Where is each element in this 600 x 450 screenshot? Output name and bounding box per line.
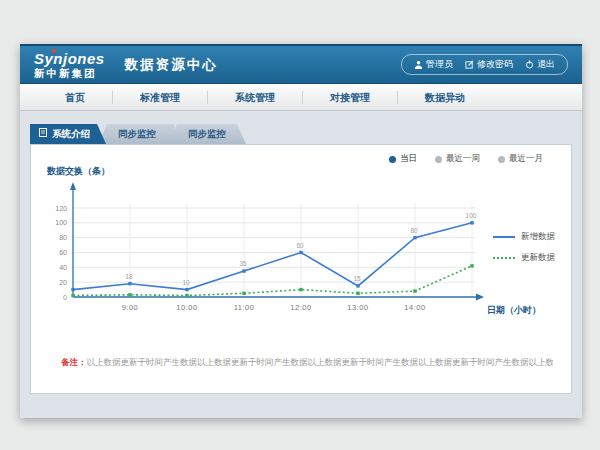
series-marker bbox=[71, 288, 74, 291]
series-marker bbox=[413, 236, 416, 239]
user-toolbar: 管理员 修改密码 退出 bbox=[401, 54, 568, 75]
y-tick-label: 100 bbox=[55, 219, 67, 226]
document-icon bbox=[39, 124, 47, 144]
point-value-label: 18 bbox=[125, 273, 133, 280]
app-header: Synjones 新中新集团 数据资源中心 管理员 修改密码 bbox=[20, 44, 582, 84]
x-axis-arrow-icon bbox=[476, 294, 484, 301]
x-axis-title: 日期（小时） bbox=[487, 305, 541, 315]
tab-label: 同步监控 bbox=[188, 128, 226, 139]
change-password-label: 修改密码 bbox=[477, 58, 513, 71]
chart-panel: 当日 最近一周 最近一月 0204060801001209:0010:0011:… bbox=[30, 144, 572, 394]
logo-company-name: 新中新集团 bbox=[34, 68, 105, 79]
company-logo: Synjones 新中新集团 bbox=[34, 51, 105, 79]
point-value-label: 60 bbox=[296, 242, 304, 249]
point-value-label: 15 bbox=[353, 275, 361, 282]
power-icon bbox=[525, 60, 534, 69]
page-title: 数据资源中心 bbox=[125, 56, 218, 74]
series-marker bbox=[185, 288, 188, 291]
footnote: 备注：以上数据更新于时间产生数据以上数据更新于时间产生数据以上数据更新于时间产生… bbox=[61, 357, 553, 369]
series-marker bbox=[470, 264, 473, 267]
chart-legend: 新增数据 更新数据 bbox=[493, 231, 555, 273]
y-tick-label: 120 bbox=[55, 205, 67, 212]
tab-bar: 系统介绍 同步监控 同步监控 bbox=[20, 111, 582, 144]
y-axis-title: 数据交换（条） bbox=[46, 166, 110, 176]
current-user-label: 管理员 bbox=[426, 58, 453, 71]
tab-label: 系统介绍 bbox=[52, 124, 90, 144]
nav-item-data-change[interactable]: 数据异动 bbox=[398, 91, 492, 104]
user-icon bbox=[414, 60, 423, 69]
y-tick-label: 0 bbox=[63, 294, 67, 301]
y-tick-label: 20 bbox=[59, 279, 67, 286]
series-marker bbox=[185, 294, 188, 297]
series-marker bbox=[356, 284, 359, 287]
point-value-label: 10 bbox=[182, 279, 190, 286]
dotted-line-sample-icon bbox=[493, 257, 515, 259]
line-chart: 0204060801001209:0010:0011:0012:0013:001… bbox=[39, 161, 569, 325]
logo-wordmark: Synjones bbox=[34, 51, 105, 66]
footnote-text: 以上数据更新于时间产生数据以上数据更新于时间产生数据以上数据更新于时间产生数据以… bbox=[87, 357, 554, 367]
current-user-button[interactable]: 管理员 bbox=[414, 58, 453, 71]
series-marker bbox=[299, 251, 302, 254]
series-line-1 bbox=[73, 266, 472, 296]
y-tick-label: 60 bbox=[59, 249, 67, 256]
x-tick-label: 14:00 bbox=[404, 303, 425, 312]
y-tick-label: 80 bbox=[59, 234, 67, 241]
point-value-label: 100 bbox=[466, 212, 477, 219]
y-axis-arrow-icon bbox=[70, 182, 76, 190]
series-marker bbox=[242, 292, 245, 295]
footnote-prefix: 备注： bbox=[61, 357, 87, 367]
nav-item-docking-mgmt[interactable]: 对接管理 bbox=[303, 91, 398, 104]
app-window: Synjones 新中新集团 数据资源中心 管理员 修改密码 bbox=[20, 44, 582, 418]
tab-label: 同步监控 bbox=[118, 128, 156, 139]
nav-item-system-mgmt[interactable]: 系统管理 bbox=[208, 91, 303, 104]
x-tick-label: 13:00 bbox=[347, 303, 368, 312]
main-nav: 首页 标准管理 系统管理 对接管理 数据异动 bbox=[20, 84, 582, 111]
logout-button[interactable]: 退出 bbox=[525, 58, 555, 71]
y-tick-label: 40 bbox=[59, 264, 67, 271]
series-marker bbox=[299, 288, 302, 291]
x-tick-label: 11:00 bbox=[234, 303, 255, 312]
point-value-label: 80 bbox=[410, 227, 418, 234]
nav-item-home[interactable]: 首页 bbox=[38, 91, 113, 104]
tab-sync-monitor-2[interactable]: 同步监控 bbox=[168, 124, 246, 144]
x-tick-label: 10:00 bbox=[176, 303, 197, 312]
series-marker bbox=[128, 293, 131, 296]
series-marker bbox=[242, 269, 245, 272]
x-tick-label: 12:00 bbox=[290, 303, 311, 312]
series-marker bbox=[470, 221, 473, 224]
series-marker bbox=[356, 292, 359, 295]
series-marker bbox=[128, 282, 131, 285]
content-area: 系统介绍 同步监控 同步监控 当日 最近一周 bbox=[20, 111, 582, 415]
legend-label: 更新数据 bbox=[521, 252, 555, 264]
x-tick-label: 9:00 bbox=[122, 303, 139, 312]
change-password-button[interactable]: 修改密码 bbox=[465, 58, 513, 71]
solid-line-sample-icon bbox=[493, 236, 515, 238]
legend-item-new-data: 新增数据 bbox=[493, 231, 555, 243]
legend-item-update-data: 更新数据 bbox=[493, 252, 555, 264]
logout-label: 退出 bbox=[537, 58, 555, 71]
tab-system-intro[interactable]: 系统介绍 bbox=[30, 124, 106, 144]
series-marker bbox=[71, 294, 74, 297]
point-value-label: 35 bbox=[239, 260, 247, 267]
edit-icon bbox=[465, 60, 474, 69]
series-marker bbox=[413, 289, 416, 292]
nav-item-standard-mgmt[interactable]: 标准管理 bbox=[113, 91, 208, 104]
tab-sync-monitor-1[interactable]: 同步监控 bbox=[98, 124, 176, 144]
legend-label: 新增数据 bbox=[521, 231, 555, 243]
